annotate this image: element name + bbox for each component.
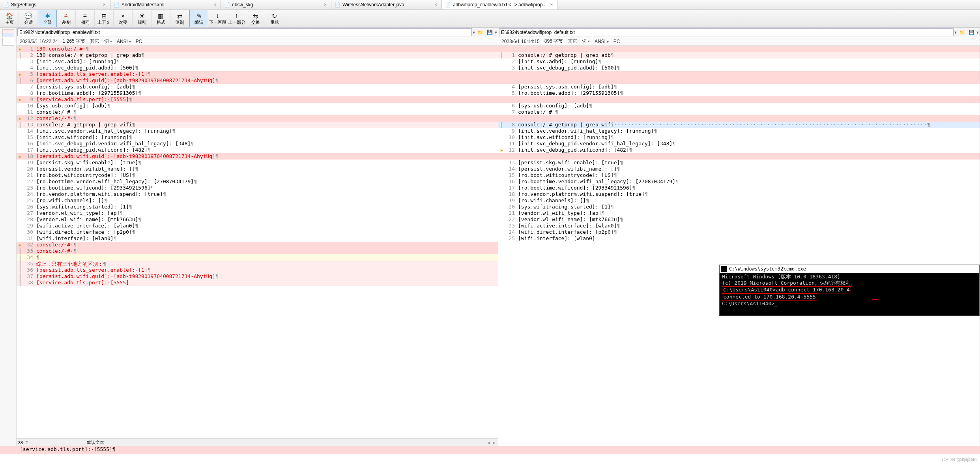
code-line[interactable]: 7console:/ # ¶ (498, 109, 980, 115)
code-line[interactable]: ┃35综上，只有三个地方的区别：¶ (17, 261, 498, 267)
code-line[interactable]: 17[init.svc_debug_pid.wificond]: [482]¶ (17, 147, 498, 153)
code-line[interactable]: 17[ro.boottime.wificond]: [29334921596]¶ (498, 185, 980, 191)
code-line[interactable]: 19[ro.wifi.channels]: []¶ (498, 197, 980, 204)
thumb-icon[interactable] (2, 29, 14, 37)
code-line[interactable]: ┃2130|console:/ # getprop | grep adb¶ (17, 52, 498, 58)
code-line[interactable]: 3[init.svc.adbd]: [running]¶ (17, 58, 498, 65)
code-line[interactable] (498, 96, 980, 103)
code-line[interactable]: 2[init.svc.adbd]: [running]¶ (498, 58, 980, 65)
nextsec-button[interactable]: ↓下一区段 (208, 10, 227, 27)
reload-button[interactable]: ↻重载 (265, 10, 284, 27)
code-line[interactable]: 10[init.svc.wificond]: [running]¶ (498, 134, 980, 141)
close-icon[interactable]: × (102, 2, 107, 8)
code-line[interactable]: 6[sys.usb.config]: [adb]¶ (498, 103, 980, 109)
code-line[interactable]: ▶1130|console:/·#·¶ (17, 46, 498, 52)
code-line[interactable]: 22[vendor.wl_wifi_name]: [mtk7663u]¶ (498, 216, 980, 223)
code-line[interactable]: 5[ro.boottime.adbd]: [29715591305]¶ (498, 90, 980, 96)
code-line[interactable] (498, 77, 980, 84)
copy-button[interactable]: ⇄复制 (170, 10, 189, 27)
code-line[interactable]: ┃36[persist.adb.tls_server.enable]:·[1]¶ (17, 267, 498, 273)
code-line[interactable]: ┃37[persist.adb.wifi.guid]:·[adb-t982901… (17, 273, 498, 280)
code-line[interactable] (498, 115, 980, 122)
code-line[interactable]: 4[init.svc_debug_pid.adbd]: [500]¶ (17, 65, 498, 71)
prevsec-button[interactable]: ↑上一部分 (227, 10, 246, 27)
code-line[interactable]: ┃33console:/·#·¶ (17, 248, 498, 254)
code-line[interactable] (498, 71, 980, 77)
swap-button[interactable]: ⇆交换 (246, 10, 265, 27)
code-line[interactable]: 27[vendor.wl_wifi_type]: [ap]¶ (17, 210, 498, 216)
code-line[interactable]: 16[ro.boottime.vendor.wifi_hal_legacy]: … (498, 178, 980, 185)
code-line[interactable]: ┃13console:/ # getprop | grep wifi¶ (17, 122, 498, 128)
code-line[interactable]: 21[vendor.wl_wifi_type]: [ap]¶ (498, 210, 980, 216)
code-line[interactable]: ┃8console:/ # getprop | grep wifi·······… (498, 122, 980, 128)
thumb-icon[interactable] (2, 38, 14, 46)
code-line[interactable]: ▶12[init.svc_debug_pid.wificond]: [482]¶ (498, 147, 980, 153)
code-line[interactable]: 20[sys.wifitracing.started]: [1]¶ (498, 204, 980, 210)
left-editor[interactable]: ▶1130|console:/·#·¶┃2130|console:/ # get… (17, 46, 498, 438)
code-line[interactable]: 15[ro.boot.wificountrycode]: [US]¶ (498, 172, 980, 178)
code-line[interactable]: 19[persist.skg.wifi.enable]: [true]¶ (17, 160, 498, 166)
minimize-icon[interactable]: — (975, 266, 978, 272)
code-line[interactable]: 31[wifi.interface]: [wlan0]¶ (17, 235, 498, 242)
code-line[interactable]: 7[persist.sys.usb.config]: [adb]¶ (17, 84, 498, 90)
code-line[interactable]: 21[ro.boot.wificountrycode]: [US]¶ (17, 172, 498, 178)
code-line[interactable]: 23[wifi.active.interface]: [wlan0]¶ (498, 223, 980, 229)
cmd-window[interactable]: C:\Windows\system32\cmd.exe — Microsoft … (719, 265, 980, 316)
code-line[interactable]: 3[init.svc_debug_pid.adbd]: [500]¶ (498, 65, 980, 71)
rules-button[interactable]: ☀规则 (133, 10, 151, 27)
code-line[interactable]: 26[sys.wifitracing.started]: [1]¶ (17, 204, 498, 210)
diff-button[interactable]: ≠差别 (57, 10, 76, 27)
code-line[interactable]: 25[ro.wifi.channels]: []¶ (17, 197, 498, 204)
edit-button[interactable]: ✎编辑 (189, 10, 208, 27)
tab-ebsw_skg[interactable]: 📄ebsw_skg× (221, 0, 331, 9)
tab-wirelessnetworkadapter-java[interactable]: 📄WirelessNetworkAdapter.java× (331, 0, 442, 9)
all-button[interactable]: ✱全部 (38, 10, 57, 27)
code-line[interactable]: 23[ro.boottime.wificond]: [29334921596]¶ (17, 185, 498, 191)
save-icon[interactable]: 💾 (485, 28, 494, 36)
format-button[interactable]: ▦格式 (151, 10, 170, 27)
code-line[interactable]: 30[wifi.direct.interface]: [p2p0]¶ (17, 229, 498, 235)
code-line[interactable]: 18[ro.vendor.platform.wifi.suspend]: [tr… (498, 191, 980, 197)
code-line[interactable]: 11[init.svc_debug_pid.vendor.wifi_hal_le… (498, 141, 980, 147)
code-line[interactable]: 25[wifi.interface]: [wlan0] (498, 235, 980, 242)
code-line[interactable]: ▶12console:/·#·¶ (17, 115, 498, 122)
code-line[interactable] (498, 46, 980, 52)
code-line[interactable]: 9[init.svc.vendor.wifi_hal_legacy]: [run… (498, 128, 980, 134)
open-folder-icon[interactable]: 📁 (958, 28, 966, 36)
code-line[interactable]: ▶5[persist.adb.tls_server.enable]:·[1]¶ (17, 71, 498, 77)
code-line[interactable]: ┃34¶ (17, 254, 498, 261)
minor-button[interactable]: »次要 (114, 10, 133, 27)
session-button[interactable]: 💬会话 (19, 10, 38, 27)
code-line[interactable]: 13[persist.skg.wifi.enable]: [true]¶ (498, 160, 980, 166)
code-line[interactable]: 24[wifi.direct.interface]: [p2p0]¶ (498, 229, 980, 235)
code-line[interactable]: 8[ro.boottime.adbd]: [29715591305]¶ (17, 90, 498, 96)
tab-adbwifiprop_enablewifi-txt-adbwifiprop-[interactable]: 📄adbwifiprop_enablewifi.txt <--> adbwifi… (442, 0, 557, 9)
right-editor[interactable]: ┃1console:/ # getprop | grep adb¶2[init.… (498, 46, 980, 446)
close-icon[interactable]: × (212, 2, 217, 8)
close-icon[interactable]: × (323, 2, 328, 8)
close-icon[interactable]: × (549, 2, 554, 8)
code-line[interactable]: ▶32console:/·#·¶ (17, 242, 498, 248)
code-line[interactable]: ┃1console:/ # getprop | grep adb¶ (498, 52, 980, 58)
code-line[interactable]: ▶9[service.adb.tls.port]:·[5555]¶ (17, 96, 498, 103)
code-line[interactable] (498, 153, 980, 160)
code-line[interactable]: ┃6[persist.adb.wifi.guid]:·[adb-t9829019… (17, 77, 498, 84)
close-icon[interactable]: × (433, 2, 438, 8)
context-button[interactable]: ⊞上下文 (95, 10, 114, 27)
open-folder-icon[interactable]: 📁 (476, 28, 484, 36)
code-line[interactable]: 11console:/ # ¶ (17, 109, 498, 115)
code-line[interactable]: 10[sys.usb.config]: [adb]¶ (17, 103, 498, 109)
code-line[interactable]: ▶18[persist.adb.wifi.guid]:·[adb-t982901… (17, 153, 498, 160)
right-path-input[interactable] (499, 28, 954, 36)
tab-androidmanifest-xml[interactable]: 📄AndroidManifest.xml× (110, 0, 221, 9)
code-line[interactable]: 14[init.svc.vendor.wifi_hal_legacy]: [ru… (17, 128, 498, 134)
code-line[interactable]: 22[ro.boottime.vendor.wifi_hal_legacy]: … (17, 178, 498, 185)
code-line[interactable]: 28[vendor.wl_wifi_name]: [mtk7663u]¶ (17, 216, 498, 223)
code-line[interactable]: 29[wifi.active.interface]: [wlan0]¶ (17, 223, 498, 229)
code-line[interactable]: 14[persist.vendor.wifibt_name]: []¶ (498, 166, 980, 172)
left-path-input[interactable] (17, 28, 472, 36)
same-button[interactable]: =相同 (76, 10, 95, 27)
code-line[interactable]: ┃38[service.adb.tls.port]:·[5555] (17, 280, 498, 286)
code-line[interactable]: 20[persist.vendor.wifibt_name]: []¶ (17, 166, 498, 172)
code-line[interactable]: 24[ro.vendor.platform.wifi.suspend]: [tr… (17, 191, 498, 197)
